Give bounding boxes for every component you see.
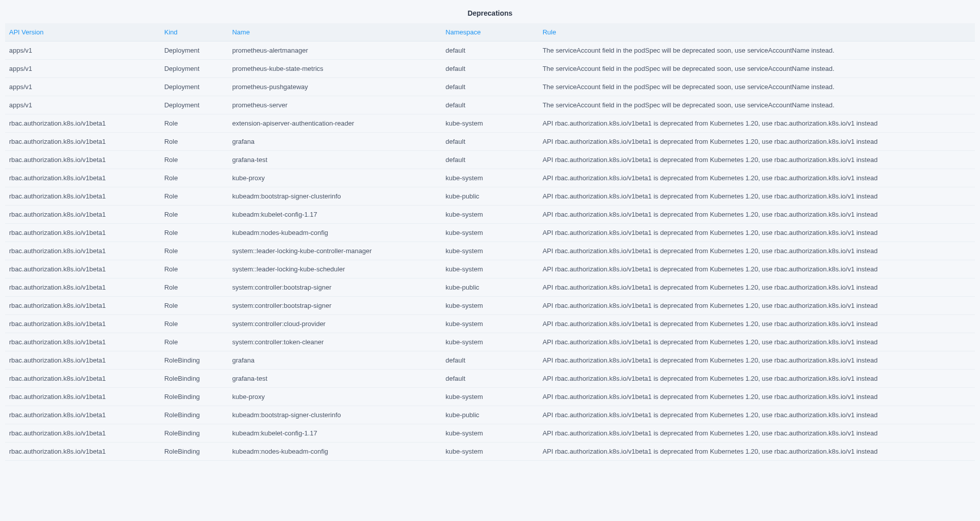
table-row: rbac.authorization.k8s.io/v1beta1Rolesys… bbox=[5, 333, 975, 351]
cell-api-version: rbac.authorization.k8s.io/v1beta1 bbox=[5, 151, 160, 169]
table-row: rbac.authorization.k8s.io/v1beta1Rolesys… bbox=[5, 315, 975, 333]
cell-namespace: kube-system bbox=[441, 424, 538, 443]
cell-kind: Role bbox=[160, 133, 228, 151]
cell-api-version: rbac.authorization.k8s.io/v1beta1 bbox=[5, 278, 160, 297]
cell-name: kubeadm:kubelet-config-1.17 bbox=[228, 206, 441, 224]
cell-api-version: rbac.authorization.k8s.io/v1beta1 bbox=[5, 351, 160, 370]
cell-kind: RoleBinding bbox=[160, 424, 228, 443]
cell-name: kube-proxy bbox=[228, 388, 441, 406]
cell-kind: Role bbox=[160, 242, 228, 260]
cell-api-version: apps/v1 bbox=[5, 78, 160, 96]
table-row: rbac.authorization.k8s.io/v1beta1Rolekub… bbox=[5, 224, 975, 242]
cell-namespace: kube-system bbox=[441, 169, 538, 187]
table-row: rbac.authorization.k8s.io/v1beta1RoleBin… bbox=[5, 443, 975, 461]
cell-name: prometheus-alertmanager bbox=[228, 42, 441, 60]
table-row: rbac.authorization.k8s.io/v1beta1RoleBin… bbox=[5, 388, 975, 406]
cell-api-version: rbac.authorization.k8s.io/v1beta1 bbox=[5, 424, 160, 443]
cell-kind: RoleBinding bbox=[160, 443, 228, 461]
cell-name: grafana bbox=[228, 351, 441, 370]
cell-kind: Role bbox=[160, 151, 228, 169]
cell-name: grafana bbox=[228, 133, 441, 151]
cell-namespace: default bbox=[441, 60, 538, 78]
cell-kind: RoleBinding bbox=[160, 388, 228, 406]
cell-kind: RoleBinding bbox=[160, 351, 228, 370]
cell-kind: Role bbox=[160, 297, 228, 315]
cell-kind: Role bbox=[160, 224, 228, 242]
cell-kind: Role bbox=[160, 260, 228, 278]
table-row: apps/v1Deploymentprometheus-serverdefaul… bbox=[5, 96, 975, 114]
cell-kind: RoleBinding bbox=[160, 370, 228, 388]
cell-api-version: apps/v1 bbox=[5, 42, 160, 60]
cell-name: system:controller:bootstrap-signer bbox=[228, 278, 441, 297]
cell-namespace: kube-public bbox=[441, 187, 538, 206]
cell-kind: Deployment bbox=[160, 96, 228, 114]
cell-api-version: rbac.authorization.k8s.io/v1beta1 bbox=[5, 169, 160, 187]
cell-namespace: kube-system bbox=[441, 242, 538, 260]
table-row: rbac.authorization.k8s.io/v1beta1RoleBin… bbox=[5, 406, 975, 424]
cell-name: system:controller:token-cleaner bbox=[228, 333, 441, 351]
cell-kind: Deployment bbox=[160, 60, 228, 78]
column-header-api-version[interactable]: API Version bbox=[5, 23, 160, 42]
cell-namespace: kube-system bbox=[441, 260, 538, 278]
cell-rule: API rbac.authorization.k8s.io/v1beta1 is… bbox=[539, 260, 975, 278]
cell-name: prometheus-kube-state-metrics bbox=[228, 60, 441, 78]
cell-kind: Role bbox=[160, 187, 228, 206]
cell-kind: Role bbox=[160, 315, 228, 333]
cell-kind: Role bbox=[160, 206, 228, 224]
cell-api-version: rbac.authorization.k8s.io/v1beta1 bbox=[5, 297, 160, 315]
cell-rule: API rbac.authorization.k8s.io/v1beta1 is… bbox=[539, 133, 975, 151]
cell-rule: API rbac.authorization.k8s.io/v1beta1 is… bbox=[539, 370, 975, 388]
cell-kind: Role bbox=[160, 333, 228, 351]
cell-api-version: rbac.authorization.k8s.io/v1beta1 bbox=[5, 133, 160, 151]
cell-rule: The serviceAccount field in the podSpec … bbox=[539, 96, 975, 114]
cell-api-version: rbac.authorization.k8s.io/v1beta1 bbox=[5, 388, 160, 406]
cell-rule: API rbac.authorization.k8s.io/v1beta1 is… bbox=[539, 151, 975, 169]
cell-name: extension-apiserver-authentication-reade… bbox=[228, 114, 441, 133]
cell-rule: API rbac.authorization.k8s.io/v1beta1 is… bbox=[539, 443, 975, 461]
cell-api-version: rbac.authorization.k8s.io/v1beta1 bbox=[5, 333, 160, 351]
cell-name: kube-proxy bbox=[228, 169, 441, 187]
cell-name: system::leader-locking-kube-scheduler bbox=[228, 260, 441, 278]
cell-api-version: rbac.authorization.k8s.io/v1beta1 bbox=[5, 406, 160, 424]
cell-kind: Role bbox=[160, 169, 228, 187]
cell-rule: API rbac.authorization.k8s.io/v1beta1 is… bbox=[539, 206, 975, 224]
table-row: rbac.authorization.k8s.io/v1beta1Rolesys… bbox=[5, 297, 975, 315]
cell-api-version: rbac.authorization.k8s.io/v1beta1 bbox=[5, 224, 160, 242]
table-row: rbac.authorization.k8s.io/v1beta1Rolegra… bbox=[5, 133, 975, 151]
table-row: rbac.authorization.k8s.io/v1beta1Rolekub… bbox=[5, 169, 975, 187]
column-header-name[interactable]: Name bbox=[228, 23, 441, 42]
cell-namespace: kube-system bbox=[441, 315, 538, 333]
table-header-row: API Version Kind Name Namespace Rule bbox=[5, 23, 975, 42]
table-row: rbac.authorization.k8s.io/v1beta1RoleBin… bbox=[5, 351, 975, 370]
cell-namespace: kube-system bbox=[441, 388, 538, 406]
cell-name: system:controller:cloud-provider bbox=[228, 315, 441, 333]
cell-kind: Role bbox=[160, 114, 228, 133]
cell-namespace: kube-public bbox=[441, 278, 538, 297]
table-row: rbac.authorization.k8s.io/v1beta1Rolegra… bbox=[5, 151, 975, 169]
cell-api-version: rbac.authorization.k8s.io/v1beta1 bbox=[5, 187, 160, 206]
cell-name: kubeadm:nodes-kubeadm-config bbox=[228, 443, 441, 461]
cell-api-version: rbac.authorization.k8s.io/v1beta1 bbox=[5, 443, 160, 461]
cell-rule: API rbac.authorization.k8s.io/v1beta1 is… bbox=[539, 315, 975, 333]
cell-rule: The serviceAccount field in the podSpec … bbox=[539, 42, 975, 60]
cell-kind: Role bbox=[160, 278, 228, 297]
cell-name: kubeadm:kubelet-config-1.17 bbox=[228, 424, 441, 443]
cell-namespace: kube-system bbox=[441, 224, 538, 242]
cell-rule: API rbac.authorization.k8s.io/v1beta1 is… bbox=[539, 114, 975, 133]
table-row: rbac.authorization.k8s.io/v1beta1RoleBin… bbox=[5, 424, 975, 443]
column-header-rule[interactable]: Rule bbox=[539, 23, 975, 42]
column-header-namespace[interactable]: Namespace bbox=[441, 23, 538, 42]
cell-namespace: default bbox=[441, 151, 538, 169]
column-header-kind[interactable]: Kind bbox=[160, 23, 228, 42]
cell-namespace: kube-system bbox=[441, 114, 538, 133]
cell-namespace: default bbox=[441, 78, 538, 96]
table-row: rbac.authorization.k8s.io/v1beta1Rolesys… bbox=[5, 242, 975, 260]
table-row: rbac.authorization.k8s.io/v1beta1RoleBin… bbox=[5, 370, 975, 388]
panel-title: Deprecations bbox=[5, 5, 975, 23]
cell-kind: Deployment bbox=[160, 78, 228, 96]
cell-rule: API rbac.authorization.k8s.io/v1beta1 is… bbox=[539, 278, 975, 297]
cell-name: kubeadm:nodes-kubeadm-config bbox=[228, 224, 441, 242]
cell-name: grafana-test bbox=[228, 370, 441, 388]
cell-name: kubeadm:bootstrap-signer-clusterinfo bbox=[228, 406, 441, 424]
cell-namespace: default bbox=[441, 96, 538, 114]
